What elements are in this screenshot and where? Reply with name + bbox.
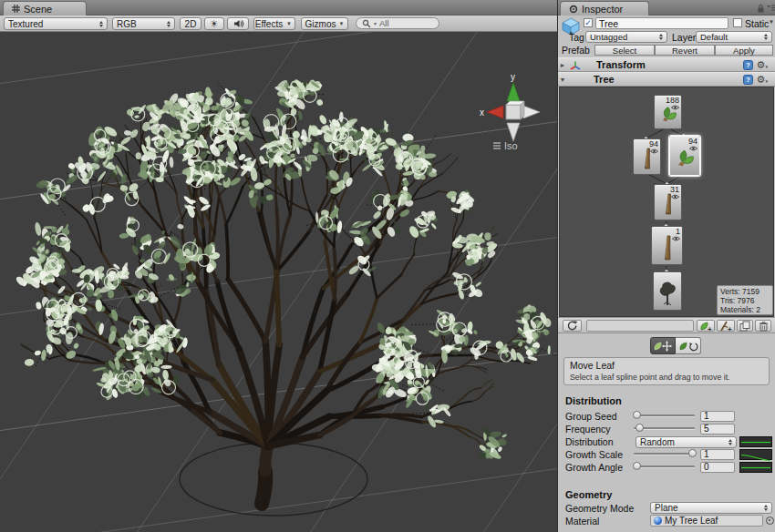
effects-dropdown-arrow[interactable]: ▼ <box>284 17 295 30</box>
duplicate-icon <box>739 321 750 332</box>
distribution-curve-field[interactable] <box>739 436 772 447</box>
lighting-toggle-button[interactable]: ☀ <box>204 17 224 30</box>
transform-component-header[interactable]: ► Transform ? ⚙▾ <box>558 57 775 72</box>
node-count: 188 <box>666 96 679 105</box>
node-leaf-group-94-selected[interactable]: 94 <box>669 136 700 176</box>
foldout-collapsed-icon[interactable]: ► <box>558 62 567 68</box>
growth-scale-slider[interactable] <box>634 449 695 458</box>
branch-icon <box>642 147 653 170</box>
node-branch-group-31[interactable]: 31 <box>654 184 682 220</box>
distribution-dropdown[interactable]: Random <box>636 436 737 448</box>
refresh-button[interactable] <box>563 320 582 332</box>
growth-angle-value[interactable]: 0 <box>700 462 735 473</box>
tag-label: Tag <box>569 32 584 43</box>
unity-editor: Scene Textured RGB 2D ☀ <box>0 0 775 532</box>
move-leaf-tool-button[interactable] <box>650 337 676 354</box>
material-object-field[interactable]: My Tree Leaf <box>650 515 763 527</box>
mesh-stats-overlay: Verts: 7159 Tris: 7976 Materials: 2 <box>717 285 773 315</box>
prefab-revert-button[interactable]: Revert <box>655 45 715 56</box>
render-channels-dropdown[interactable]: RGB <box>112 17 175 30</box>
object-picker-icon[interactable] <box>766 517 774 525</box>
projection-toggle[interactable]: Iso <box>493 140 518 151</box>
prefab-select-button[interactable]: Select <box>594 45 655 56</box>
scene-toolbar: Textured RGB 2D ☀ Effects <box>0 15 558 32</box>
chevron-down-icon: ▼ <box>338 21 344 26</box>
gear-icon[interactable]: ⚙▾ <box>757 74 768 86</box>
add-leaf-icon: + <box>699 321 712 332</box>
grid-icon <box>12 5 20 13</box>
growth-scale-curve-field[interactable] <box>739 449 772 460</box>
gizmos-dropdown[interactable]: Gizmos ▼ <box>301 17 348 30</box>
node-branch-group-1[interactable]: 1 <box>651 226 683 265</box>
add-branch-group-button[interactable]: + <box>717 320 735 332</box>
rotate-leaf-tool-button[interactable] <box>676 337 701 354</box>
group-seed-value[interactable]: 1 <box>700 411 735 422</box>
editor-field[interactable] <box>586 320 694 332</box>
geometry-mode-dropdown[interactable]: Plane <box>650 502 772 514</box>
tag-dropdown[interactable]: Untagged <box>585 31 667 43</box>
gizmo-y-cone[interactable] <box>507 83 520 101</box>
tree-selection-outline <box>180 443 367 516</box>
svg-text:+: + <box>728 324 732 332</box>
group-seed-label: Group Seed <box>565 411 617 422</box>
node-branch-group-94[interactable]: 94 <box>633 138 661 175</box>
scene-search-input[interactable]: ▼ All <box>356 17 439 29</box>
frequency-value[interactable]: 5 <box>700 424 735 435</box>
static-checkbox[interactable] <box>733 18 742 27</box>
trash-icon <box>759 321 769 332</box>
add-leaf-group-button[interactable]: + <box>697 320 715 332</box>
distribution-value: Random <box>640 437 675 447</box>
growth-scale-value[interactable]: 1 <box>700 449 735 460</box>
shading-mode-dropdown[interactable]: Textured <box>4 17 108 30</box>
layer-value: Default <box>700 32 728 42</box>
gizmos-label: Gizmos <box>305 19 336 29</box>
node-count: 1 <box>676 227 680 236</box>
gizmo-down-cone[interactable] <box>507 123 520 141</box>
growth-angle-curve-field[interactable] <box>739 462 772 473</box>
lock-icon[interactable] <box>757 4 765 13</box>
frequency-slider[interactable] <box>634 424 695 433</box>
projection-label: Iso <box>504 140 518 151</box>
tab-scene[interactable]: Scene <box>3 1 87 15</box>
tree-node-editor[interactable]: 188 94 94 <box>559 87 774 317</box>
rotate-leaf-icon <box>678 340 698 353</box>
static-dropdown-arrow[interactable]: ▼ <box>769 19 774 25</box>
growth-scale-label: Growth Scale <box>565 449 623 460</box>
eye-icon[interactable] <box>672 236 680 241</box>
growth-angle-slider[interactable] <box>634 462 695 471</box>
node-tree-root[interactable] <box>653 271 682 311</box>
tree-root-icon <box>656 280 678 307</box>
audio-toggle-button[interactable] <box>227 17 249 30</box>
node-leaf-group-188[interactable]: 188 <box>654 95 682 129</box>
search-icon <box>362 19 371 28</box>
tree-component-header[interactable]: ▼ Tree ? ⚙▾ <box>558 72 775 87</box>
frequency-label: Frequency <box>565 424 611 435</box>
help-title: Move Leaf <box>570 360 763 371</box>
prefab-apply-button[interactable]: Apply <box>715 45 773 56</box>
help-doc-icon[interactable]: ? <box>743 75 753 85</box>
foldout-expanded-icon[interactable]: ▼ <box>558 77 567 83</box>
transform-title: Transform <box>596 59 646 70</box>
gizmo-x-cone[interactable] <box>487 106 503 118</box>
duplicate-button[interactable] <box>737 320 753 332</box>
group-seed-slider[interactable] <box>634 411 695 420</box>
gizmo-center-cube[interactable] <box>506 105 521 119</box>
gizmo-right-cone[interactable] <box>523 106 540 118</box>
effects-button[interactable]: Effects <box>253 17 284 30</box>
gameobject-name-field[interactable]: Tree <box>595 17 728 29</box>
scene-viewport[interactable]: y x Iso <box>0 32 558 532</box>
orientation-gizmo[interactable]: y x Iso <box>480 72 540 151</box>
updown-arrows-icon <box>167 21 170 27</box>
delete-button[interactable] <box>755 320 771 332</box>
effects-label: Effects <box>255 19 283 29</box>
2d-toggle-button[interactable]: 2D <box>180 17 202 30</box>
help-doc-icon[interactable]: ? <box>743 60 753 70</box>
layer-dropdown[interactable]: Default <box>696 31 772 43</box>
scene-pane: Scene Textured RGB 2D ☀ <box>0 0 558 532</box>
tab-inspector[interactable]: Inspector <box>560 1 649 15</box>
gear-icon[interactable]: ⚙▾ <box>757 59 768 71</box>
sun-icon: ☀ <box>210 18 219 30</box>
pane-menu-icon[interactable] <box>767 5 775 12</box>
active-checkbox[interactable]: ✓ <box>584 18 593 27</box>
updown-arrows-icon <box>764 505 768 511</box>
